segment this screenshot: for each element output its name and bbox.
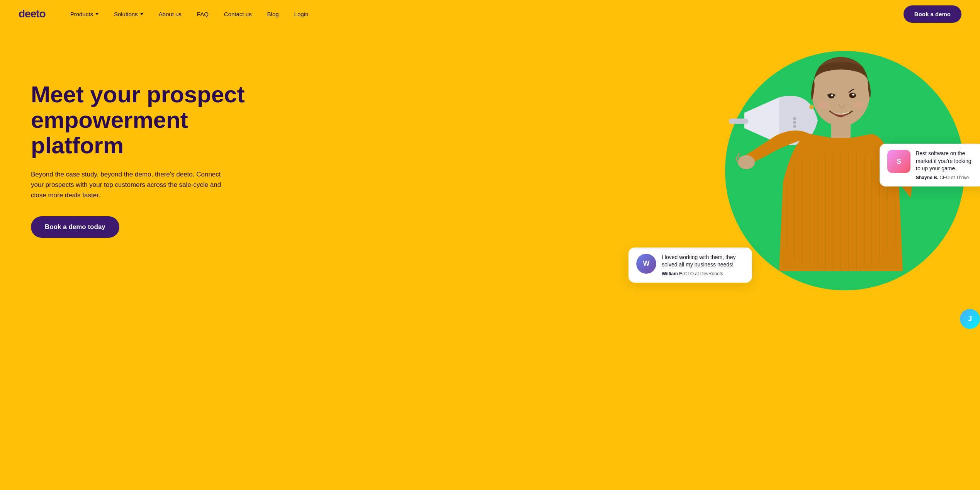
hero-section: Meet your prospect empowerment platform … <box>0 28 980 490</box>
svg-point-3 <box>793 117 796 120</box>
testimonial-text-1: I loved working with them, they solved a… <box>662 254 744 269</box>
nav-item-products[interactable]: Products <box>64 8 105 20</box>
testimonial-text-2: Best software on the market if you're lo… <box>916 150 976 173</box>
svg-point-9 <box>828 94 834 98</box>
testimonial-card-2: S Best software on the market if you're … <box>880 144 980 187</box>
nav-links: Products Solutions About us FAQ Contact … <box>64 8 904 20</box>
hero-visual: W I loved working with them, they solved… <box>640 28 980 337</box>
navigation: deeto Products Solutions About us FAQ Co… <box>0 0 980 28</box>
svg-rect-2 <box>729 119 748 124</box>
testimonial-avatar-1: W <box>636 254 656 274</box>
nav-label-faq: FAQ <box>197 11 209 17</box>
hero-cta-button[interactable]: Book a demo today <box>31 216 119 238</box>
nav-label-products: Products <box>70 11 93 17</box>
chevron-down-icon <box>95 13 99 15</box>
svg-marker-1 <box>744 97 779 144</box>
svg-rect-7 <box>831 122 851 138</box>
nav-book-demo-button[interactable]: Book a demo <box>904 5 961 23</box>
hero-title: Meet your prospect empowerment platform <box>31 82 247 158</box>
brand-logo[interactable]: deeto <box>19 8 46 20</box>
testimonial-author-1: William F. CTO at DevRobots <box>662 271 744 276</box>
nav-label-blog: Blog <box>267 11 279 17</box>
svg-point-10 <box>831 95 833 97</box>
testimonial-card-1: W I loved working with them, they solved… <box>628 248 752 283</box>
svg-point-14 <box>818 102 829 108</box>
small-avatar: J <box>960 309 980 329</box>
nav-label-solutions: Solutions <box>114 11 138 17</box>
svg-point-5 <box>793 125 796 128</box>
nav-item-login[interactable]: Login <box>288 8 315 20</box>
svg-point-12 <box>852 94 854 96</box>
hero-description: Beyond the case study, beyond the demo, … <box>31 169 224 201</box>
svg-point-8 <box>738 155 755 169</box>
nav-label-contact: Contact us <box>224 11 252 17</box>
svg-point-11 <box>849 93 856 98</box>
svg-point-15 <box>853 102 864 108</box>
testimonial-avatar-2: S <box>887 150 910 173</box>
nav-item-solutions[interactable]: Solutions <box>108 8 149 20</box>
nav-label-about: About us <box>159 11 182 17</box>
svg-point-13 <box>809 105 814 109</box>
testimonial-content-1: I loved working with them, they solved a… <box>662 254 744 276</box>
testimonial-content-2: Best software on the market if you're lo… <box>916 150 976 180</box>
testimonial-author-2: Shayne B. CEO of Thrive <box>916 175 976 180</box>
nav-item-contact[interactable]: Contact us <box>218 8 258 20</box>
nav-item-about[interactable]: About us <box>153 8 188 20</box>
nav-label-login: Login <box>294 11 309 17</box>
chevron-down-icon <box>140 13 143 15</box>
nav-item-faq[interactable]: FAQ <box>191 8 215 20</box>
nav-item-blog[interactable]: Blog <box>261 8 285 20</box>
svg-point-4 <box>793 121 796 124</box>
hero-content: Meet your prospect empowerment platform … <box>31 51 247 238</box>
